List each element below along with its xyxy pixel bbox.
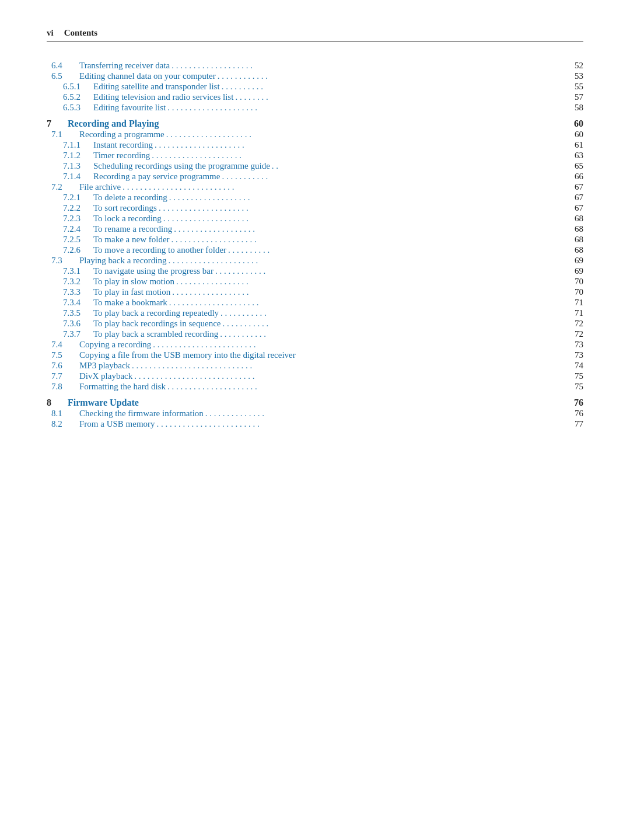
toc-num: 7.3.5 — [47, 308, 93, 318]
toc-label: File archive — [79, 182, 121, 192]
toc-page: 55 — [566, 82, 583, 92]
toc-page: 68 — [566, 245, 583, 255]
toc-label: Editing favourite list — [93, 103, 166, 113]
toc-row-l2: 7.3.5 To play back a recording repeatedl… — [47, 308, 583, 318]
toc-dots: . . . . . . . . . . . . . . . . . . . . … — [153, 140, 566, 150]
toc-dots: . . . . . . . . . . . . . . . . . . — [170, 287, 566, 297]
chapter-label: Firmware Update — [68, 398, 566, 408]
toc-row-l2: 7.2.6 To move a recording to another fol… — [47, 245, 583, 255]
toc-label: Copying a recording — [79, 340, 151, 350]
toc-dots: . . . . . . . . . . . . . . . . . . . . … — [130, 361, 566, 371]
toc-label: To play back recordings in sequence — [93, 319, 220, 329]
toc-row-l1: 7.1 Recording a programme . . . . . . . … — [47, 130, 583, 140]
toc-label: To rename a recording — [93, 224, 172, 234]
chapter-page: 76 — [566, 398, 583, 408]
toc-num: 7.2 — [47, 182, 79, 192]
toc-num: 6.5.3 — [47, 103, 93, 113]
chapter-label: Recording and Playing — [68, 118, 566, 129]
toc-num: 7.3.7 — [47, 329, 93, 339]
toc-row-l2: 7.3.1 To navigate using the progress bar… — [47, 266, 583, 276]
toc-num: 6.5.1 — [47, 82, 93, 92]
toc-page: 65 — [566, 161, 583, 171]
toc-row-l2: 7.2.3 To lock a recording . . . . . . . … — [47, 214, 583, 224]
toc-num: 7.3.3 — [47, 287, 93, 297]
toc-page: 70 — [566, 287, 583, 297]
toc-page: 68 — [566, 214, 583, 224]
toc-num: 7.2.6 — [47, 245, 93, 255]
toc-dots: . . . . . . . . . . . . . . . . . — [174, 277, 566, 287]
toc-dots: . . . . . . . . . . . . . . . . . . . . … — [166, 103, 566, 113]
toc-page: 66 — [566, 172, 583, 182]
toc-label: To navigate using the progress bar — [93, 266, 214, 276]
toc-row-l1: 7.5 Copying a file from the USB memory i… — [47, 350, 583, 360]
toc-label: To play back a recording repeatedly — [93, 308, 219, 318]
toc-num: 7.8 — [47, 382, 79, 392]
toc-row-l1: 7.2 File archive . . . . . . . . . . . .… — [47, 182, 583, 192]
toc-dots: . . . . . . . . . . . . . . . . . . . . … — [155, 419, 566, 429]
toc-num: 8.1 — [47, 409, 79, 419]
toc-page: 71 — [566, 298, 583, 308]
toc-dots: . . . . . . . . . . . . . . . . . . . . … — [121, 182, 566, 192]
toc-page: 58 — [566, 103, 583, 113]
toc-label: To make a new folder — [93, 235, 170, 245]
toc-page: 63 — [566, 151, 583, 161]
toc-page: 76 — [566, 409, 583, 419]
toc-page: 71 — [566, 308, 583, 318]
toc-num: 6.5.2 — [47, 92, 93, 102]
toc-dots: . . — [270, 161, 566, 171]
toc-row-l1: 6.4 Transferring receiver data . . . . .… — [47, 61, 583, 71]
toc-chapter-row: 7 Recording and Playing 60 — [47, 118, 583, 129]
toc-dots: . . . . . . . . . . — [220, 82, 566, 92]
toc-page: 53 — [566, 71, 583, 81]
toc-dots: . . . . . . . . . . . . . . . . . . . . … — [157, 203, 566, 213]
toc-page: 72 — [566, 319, 583, 329]
toc-page: 77 — [566, 419, 583, 429]
toc-row-l1: 7.8 Formatting the hard disk . . . . . .… — [47, 382, 583, 392]
toc-dots: . . . . . . . . . . . . . . . . . . . — [167, 193, 566, 203]
toc-dots: . . . . . . . . . . . . — [216, 71, 566, 81]
toc-label: Editing satellite and transponder list — [93, 82, 220, 92]
toc-label: Timer recording — [93, 151, 150, 161]
toc-dots: . . . . . . . . . . . . . . . . . . . . … — [167, 298, 566, 308]
toc-num: 7.6 — [47, 361, 79, 371]
toc-chapter-row: 8 Firmware Update 76 — [47, 398, 583, 408]
toc-dots: . . . . . . . . . . . . . . . . . . . . — [164, 130, 566, 140]
toc-row-l2: 7.1.1 Instant recording . . . . . . . . … — [47, 140, 583, 150]
toc-row-l2: 7.3.6 To play back recordings in sequenc… — [47, 319, 583, 329]
toc-dots: . . . . . . . . . . . . . . . . . . . . — [162, 214, 566, 224]
toc-label: Editing television and radio services li… — [93, 92, 233, 102]
toc-page: 61 — [566, 140, 583, 150]
toc-label: To play in slow motion — [93, 277, 174, 287]
toc-num: 7.1.2 — [47, 151, 93, 161]
toc-num: 7.1.1 — [47, 140, 93, 150]
page-header: vi Contents — [47, 28, 583, 42]
toc-dots: . . . . . . . . . . . . . . . . . . . . … — [150, 151, 566, 161]
toc-row-l2: 7.3.4 To make a bookmark . . . . . . . .… — [47, 298, 583, 308]
toc-dots: . . . . . . . . . . . — [219, 308, 566, 318]
toc-dots: . . . . . . . . . . . . . . . . . . . — [172, 224, 566, 234]
toc-page: 67 — [566, 193, 583, 203]
toc-label: To sort recordings — [93, 203, 157, 213]
toc-row-l2: 6.5.1 Editing satellite and transponder … — [47, 82, 583, 92]
toc-label: Copying a file from the USB memory into … — [79, 350, 296, 360]
chapter-page: 60 — [566, 118, 583, 129]
toc-row-l1: 7.6 MP3 playback . . . . . . . . . . . .… — [47, 361, 583, 371]
toc-dots: . . . . . . . . . . — [226, 245, 566, 255]
toc-label: Instant recording — [93, 140, 153, 150]
toc-dots: . . . . . . . . . . . . . . . . . . . . … — [151, 340, 566, 350]
toc-row-l2: 7.2.4 To rename a recording . . . . . . … — [47, 224, 583, 234]
toc-dots: . . . . . . . . . . . . . . . . . . . . — [170, 235, 566, 245]
toc-page: 69 — [566, 266, 583, 276]
toc-label: To delete a recording — [93, 193, 167, 203]
toc-num: 7.4 — [47, 340, 79, 350]
chapter-num: 8 — [47, 398, 68, 408]
toc-dots-spacer — [296, 350, 566, 360]
toc-dots: . . . . . . . . . . . . . . . . . . . . … — [166, 382, 566, 392]
toc-label: Recording a programme — [79, 130, 164, 140]
toc-page: 75 — [566, 382, 583, 392]
toc-label: To make a bookmark — [93, 298, 167, 308]
toc-num: 7.2.1 — [47, 193, 93, 203]
toc-label: From a USB memory — [79, 419, 155, 429]
toc-num: 8.2 — [47, 419, 79, 429]
page-header-vi: vi — [47, 28, 54, 38]
